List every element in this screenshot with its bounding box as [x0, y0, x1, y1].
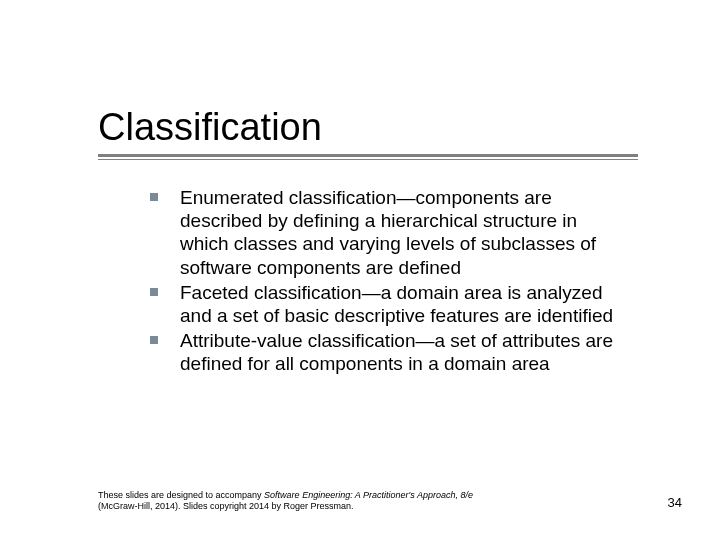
bullet-term: Faceted classification [180, 282, 362, 303]
footer-line2: (McGraw-Hill, 2014). Slides copyright 20… [98, 501, 354, 511]
title-underline-thick [98, 154, 638, 157]
slide-title: Classification [98, 108, 638, 148]
title-underline-thin [98, 159, 638, 160]
bullet-text: Attribute-value classification—a set of … [180, 330, 613, 374]
footer-line1-pre: These slides are designed to accompany [98, 490, 264, 500]
body-block: Enumerated classification—components are… [150, 186, 630, 377]
bullet-term: Attribute-value classification [180, 330, 416, 351]
bullet-term: Enumerated classification [180, 187, 397, 208]
footer-line1-title: Software Engineering: A Practitioner's A… [264, 490, 473, 500]
page-number: 34 [668, 495, 682, 510]
bullet-text: Faceted classification—a domain area is … [180, 282, 613, 326]
title-block: Classification [98, 108, 638, 160]
bullet-list: Enumerated classification—components are… [150, 186, 630, 375]
square-bullet-icon [150, 193, 158, 201]
footer: These slides are designed to accompany S… [98, 490, 618, 513]
square-bullet-icon [150, 336, 158, 344]
list-item: Enumerated classification—components are… [150, 186, 630, 279]
square-bullet-icon [150, 288, 158, 296]
list-item: Faceted classification—a domain area is … [150, 281, 630, 327]
list-item: Attribute-value classification—a set of … [150, 329, 630, 375]
slide: Classification Enumerated classification… [0, 0, 720, 540]
bullet-text: Enumerated classification—components are… [180, 187, 596, 278]
